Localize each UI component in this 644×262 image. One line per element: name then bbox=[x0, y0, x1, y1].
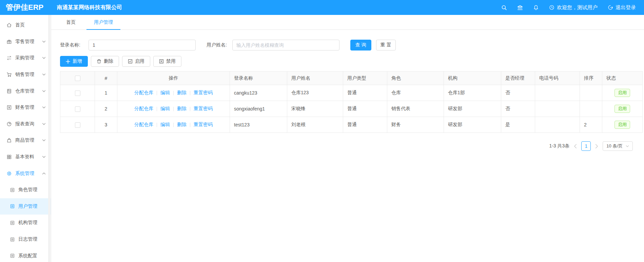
divider bbox=[157, 91, 157, 95]
row-index: 1 bbox=[95, 85, 117, 101]
sidebar-item-purchase[interactable]: 采购管理 bbox=[0, 50, 51, 66]
cell-manager: 是 bbox=[501, 117, 535, 133]
cell-org: 仓库1部 bbox=[444, 85, 501, 101]
add-button[interactable]: 新增 bbox=[60, 56, 88, 67]
col-index: # bbox=[95, 72, 117, 85]
reset-password-link[interactable]: 重置密码 bbox=[194, 106, 213, 112]
col-manager: 是否经理 bbox=[501, 72, 535, 85]
cell-role: 销售代表 bbox=[387, 101, 444, 117]
pie-chart-icon bbox=[6, 121, 12, 127]
search-icon[interactable] bbox=[501, 5, 507, 11]
assign-warehouse-link[interactable]: 分配仓库 bbox=[134, 90, 153, 96]
sidebar-item-basedata[interactable]: 基本资料 bbox=[0, 149, 51, 165]
main-area: 首页 用户管理 登录名称: 用户姓名: 查 询 重 置 新增 bbox=[51, 15, 644, 262]
top-header: 管伊佳ERP 南通某某网络科技有限公司 欢迎您，测试用户 bbox=[0, 0, 644, 15]
search-button[interactable]: 查 询 bbox=[350, 40, 371, 51]
delete-link[interactable]: 删除 bbox=[177, 90, 187, 96]
chevron-down-icon bbox=[42, 90, 46, 92]
col-phone: 电话号码 bbox=[535, 72, 580, 85]
chevron-down-icon bbox=[42, 40, 46, 43]
content-panel: 登录名称: 用户姓名: 查 询 重 置 新增 删除 启用 bbox=[51, 30, 644, 151]
sidebar-item-label: 首页 bbox=[15, 22, 25, 28]
page-number[interactable]: 1 bbox=[581, 141, 591, 151]
sidebar-item-label: 系统配置 bbox=[18, 253, 37, 259]
sidebar-item-role-mgmt[interactable]: 角色管理 bbox=[0, 182, 51, 198]
cell-login: cangku123 bbox=[230, 85, 287, 101]
chevron-down-icon bbox=[42, 139, 46, 142]
bank-icon[interactable] bbox=[517, 5, 523, 11]
divider bbox=[173, 107, 174, 111]
edit-link[interactable]: 编辑 bbox=[160, 90, 170, 96]
cell-username: 宋晓锋 bbox=[287, 101, 343, 117]
edit-link[interactable]: 编辑 bbox=[160, 122, 170, 128]
reset-button[interactable]: 重 置 bbox=[376, 40, 396, 51]
sidebar-item-home[interactable]: 首页 bbox=[0, 17, 51, 34]
reset-password-link[interactable]: 重置密码 bbox=[194, 122, 213, 128]
page-size-value: 10 条/页 bbox=[606, 143, 623, 149]
sidebar-item-user-mgmt[interactable]: 用户管理 bbox=[0, 198, 51, 215]
chevron-down-icon bbox=[42, 74, 46, 76]
doc-icon bbox=[10, 237, 15, 242]
bell-icon[interactable] bbox=[533, 5, 539, 11]
enable-button[interactable]: 启用 bbox=[122, 56, 150, 67]
filter-form: 登录名称: 用户姓名: 查 询 重 置 bbox=[60, 40, 644, 51]
assign-warehouse-link[interactable]: 分配仓库 bbox=[134, 106, 153, 112]
divider bbox=[157, 107, 157, 111]
tab-home[interactable]: 首页 bbox=[59, 15, 83, 29]
delete-link[interactable]: 删除 bbox=[177, 106, 187, 112]
sidebar-item-org-mgmt[interactable]: 机构管理 bbox=[0, 215, 51, 231]
delete-link[interactable]: 删除 bbox=[177, 122, 187, 128]
sidebar-item-report[interactable]: 报表查询 bbox=[0, 116, 51, 133]
app-logo: 管伊佳ERP bbox=[0, 2, 51, 13]
sidebar-item-label: 财务管理 bbox=[15, 104, 34, 110]
sidebar-item-system-config[interactable]: 系统配置 bbox=[0, 247, 51, 262]
logout-button[interactable]: 退出登录 bbox=[608, 4, 636, 11]
select-all-checkbox[interactable] bbox=[75, 76, 80, 81]
cell-sort bbox=[580, 85, 602, 101]
user-name-input[interactable] bbox=[232, 40, 339, 51]
sidebar-item-label: 日志管理 bbox=[18, 236, 37, 242]
sidebar-item-system[interactable]: 系统管理 bbox=[0, 165, 51, 182]
divider bbox=[190, 91, 190, 95]
cell-login: songxiaofeng1 bbox=[230, 101, 287, 117]
delete-button[interactable]: 删除 bbox=[91, 56, 119, 67]
disable-button[interactable]: 禁用 bbox=[153, 56, 181, 67]
tab-user-mgmt[interactable]: 用户管理 bbox=[86, 15, 120, 29]
divider bbox=[173, 91, 174, 95]
prev-page-icon[interactable] bbox=[574, 144, 577, 148]
col-org: 机构 bbox=[444, 72, 501, 85]
divider bbox=[157, 123, 157, 127]
row-checkbox[interactable] bbox=[75, 122, 80, 128]
welcome-user[interactable]: 欢迎您，测试用户 bbox=[549, 4, 598, 11]
plus-icon bbox=[66, 59, 70, 64]
company-name: 南通某某网络科技有限公司 bbox=[57, 4, 122, 11]
chevron-down-icon bbox=[42, 57, 46, 59]
clock-icon bbox=[549, 5, 554, 10]
row-checkbox[interactable] bbox=[75, 106, 80, 112]
status-badge[interactable]: 启用 bbox=[614, 105, 630, 113]
sidebar-item-warehouse[interactable]: 仓库管理 bbox=[0, 83, 51, 99]
cell-sort: 2 bbox=[580, 117, 602, 133]
status-badge[interactable]: 启用 bbox=[614, 121, 630, 129]
status-badge[interactable]: 启用 bbox=[614, 89, 630, 97]
sidebar-item-label: 仓库管理 bbox=[15, 88, 34, 94]
sidebar-item-log-mgmt[interactable]: 日志管理 bbox=[0, 231, 51, 248]
col-sort: 排序 bbox=[580, 72, 602, 85]
row-checkbox[interactable] bbox=[75, 90, 80, 96]
edit-link[interactable]: 编辑 bbox=[160, 106, 170, 112]
sidebar-scrollbar[interactable] bbox=[48, 15, 51, 262]
next-page-icon[interactable] bbox=[595, 144, 598, 148]
cell-phone bbox=[535, 85, 580, 101]
chevron-down-icon bbox=[42, 156, 46, 158]
chevron-up-icon bbox=[42, 172, 46, 175]
sidebar-item-label: 商品管理 bbox=[15, 137, 34, 143]
sidebar-item-finance[interactable]: 财务管理 bbox=[0, 99, 51, 116]
sidebar-item-goods[interactable]: 商品管理 bbox=[0, 132, 51, 149]
sidebar-item-sales[interactable]: 销售管理 bbox=[0, 66, 51, 83]
logout-text: 退出登录 bbox=[616, 4, 636, 11]
page-size-select[interactable]: 10 条/页 bbox=[603, 141, 633, 151]
reset-password-link[interactable]: 重置密码 bbox=[194, 90, 213, 96]
assign-warehouse-link[interactable]: 分配仓库 bbox=[134, 122, 153, 128]
login-name-input[interactable] bbox=[89, 40, 196, 51]
sidebar-item-retail[interactable]: 零售管理 bbox=[0, 34, 51, 50]
